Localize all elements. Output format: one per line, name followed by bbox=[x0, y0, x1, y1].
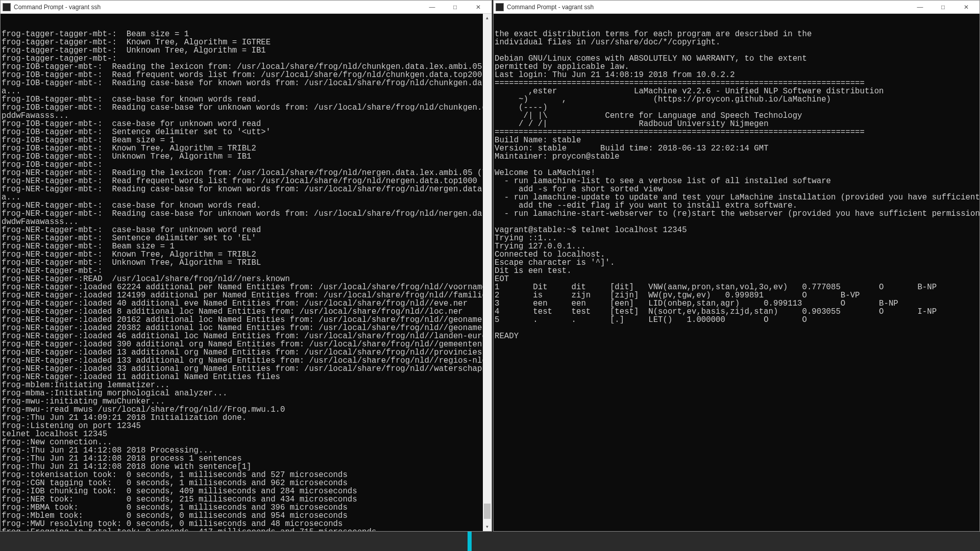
taskbar[interactable] bbox=[0, 532, 980, 551]
terminal-window-right: Command Prompt - vagrant ssh — □ ✕ the e… bbox=[493, 0, 980, 532]
scrollbar-left[interactable]: ▲ ▼ bbox=[483, 14, 492, 531]
close-button[interactable]: ✕ bbox=[954, 1, 977, 13]
titlebar-left[interactable]: Command Prompt - vagrant ssh — □ ✕ bbox=[1, 1, 492, 14]
scroll-up-icon[interactable]: ▲ bbox=[483, 14, 492, 22]
terminal-window-left: Command Prompt - vagrant ssh — □ ✕ frog-… bbox=[0, 0, 492, 532]
taskbar-spacer bbox=[0, 532, 468, 551]
window-controls-right: — □ ✕ bbox=[909, 1, 977, 13]
window-title-right: Command Prompt - vagrant ssh bbox=[507, 4, 909, 11]
window-title-left: Command Prompt - vagrant ssh bbox=[14, 4, 421, 11]
window-controls-left: — □ ✕ bbox=[421, 1, 489, 13]
cmd-icon bbox=[3, 3, 11, 11]
taskbar-active-indicator[interactable] bbox=[468, 532, 472, 551]
minimize-button[interactable]: — bbox=[909, 1, 932, 13]
terminal-body-left[interactable]: frog-tagger-tagger-mbt-: Beam size = 1 f… bbox=[1, 14, 492, 531]
maximize-button[interactable]: □ bbox=[444, 1, 467, 13]
close-button[interactable]: ✕ bbox=[467, 1, 489, 13]
maximize-button[interactable]: □ bbox=[932, 1, 954, 13]
minimize-button[interactable]: — bbox=[421, 1, 444, 13]
desktop: Command Prompt - vagrant ssh — □ ✕ frog-… bbox=[0, 0, 980, 551]
titlebar-right[interactable]: Command Prompt - vagrant ssh — □ ✕ bbox=[494, 1, 979, 14]
cmd-icon bbox=[496, 3, 504, 11]
scroll-down-icon[interactable]: ▼ bbox=[483, 522, 492, 531]
scroll-thumb[interactable] bbox=[484, 504, 491, 519]
terminal-body-right[interactable]: the exact distribution terms for each pr… bbox=[494, 14, 979, 531]
